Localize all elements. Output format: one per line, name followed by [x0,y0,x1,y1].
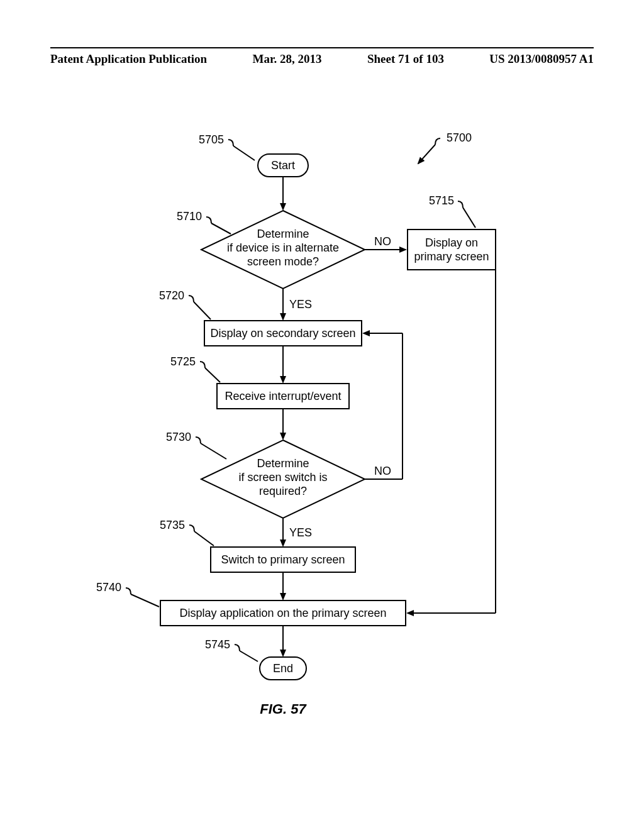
edge-no-2: NO [374,465,391,477]
svg-line-9 [194,302,211,319]
label-5700: 5700 [447,131,472,144]
start-text: Start [271,159,295,172]
edge-no-1: NO [374,235,391,248]
svg-line-5 [463,208,475,228]
p5715-l1: Display on [425,236,478,249]
p5715-l2: primary screen [414,250,489,263]
label-5705: 5705 [199,133,224,146]
svg-line-13 [201,443,226,459]
header-sheet: Sheet 71 of 103 [367,52,444,66]
label-5725: 5725 [170,355,196,368]
svg-line-20 [131,594,159,607]
label-5740: 5740 [96,581,121,594]
header-rule [50,47,594,48]
p5725: Receive interrupt/event [225,390,341,402]
svg-line-1 [233,146,255,160]
label-5745: 5745 [205,638,230,651]
label-5710: 5710 [177,210,202,223]
d2-l1: Determine [257,457,309,470]
d1-l3: screen mode? [247,255,319,268]
svg-line-0 [418,145,435,163]
diagram: 5700 Start 5705 Determine if device is i… [0,94,644,788]
svg-line-22 [240,651,258,661]
d2-l3: required? [259,485,307,497]
end-text: End [273,662,293,675]
label-5720: 5720 [159,289,184,302]
header-pubno: US 2013/0080957 A1 [489,52,594,66]
svg-line-11 [205,368,220,382]
label-5715: 5715 [429,194,454,207]
header-left: Patent Application Publication [50,52,207,66]
label-5730: 5730 [166,431,191,443]
edge-yes-2: YES [289,526,312,539]
svg-line-3 [211,223,231,234]
svg-line-18 [194,531,214,546]
process-display-primary [408,230,496,270]
page: Patent Application Publication Mar. 28, … [0,0,644,830]
figure-label: FIG. 57 [260,701,307,717]
header: Patent Application Publication Mar. 28, … [50,52,594,66]
p5740: Display application on the primary scree… [179,607,386,619]
label-5735: 5735 [160,519,185,531]
p5720: Display on secondary screen [210,327,355,340]
edge-yes-1: YES [289,298,312,311]
d2-l2: if screen switch is [238,471,327,484]
d1-l1: Determine [257,228,309,240]
d1-l2: if device is in alternate [227,241,339,254]
p5735: Switch to primary screen [221,553,345,566]
header-date: Mar. 28, 2013 [253,52,322,66]
